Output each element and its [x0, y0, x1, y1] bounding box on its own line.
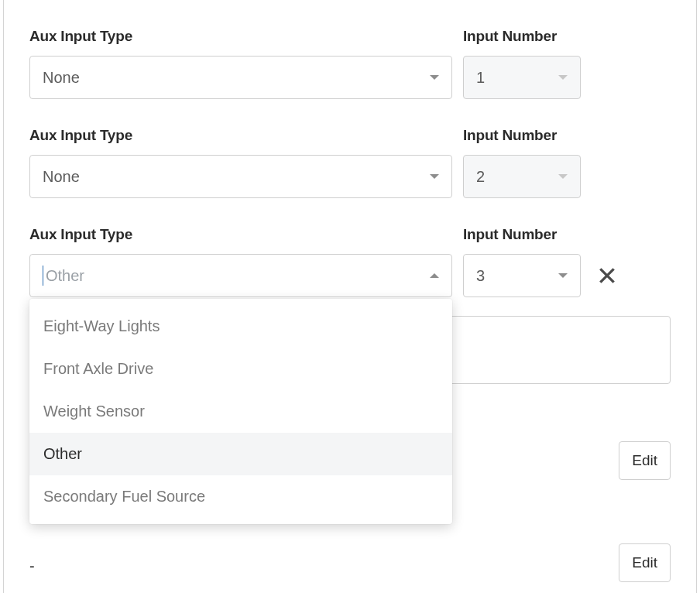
input-number-value-3: 3 [476, 267, 485, 285]
chevron-down-icon [558, 75, 568, 80]
input-number-value-1: 1 [476, 69, 485, 87]
aux-input-type-label: Aux Input Type [29, 226, 452, 243]
input-number-select-1[interactable]: 1 [463, 56, 581, 99]
close-icon [597, 266, 617, 286]
input-number-label: Input Number [463, 127, 581, 144]
aux-input-row-3: Aux Input Type Other Input Number 3 [29, 226, 671, 297]
input-number-label: Input Number [463, 28, 581, 45]
aux-input-type-value-2: None [43, 168, 80, 186]
dropdown-option[interactable]: Weight Sensor [29, 390, 452, 433]
edit-button[interactable]: Edit [619, 543, 671, 582]
chevron-up-icon [430, 273, 439, 278]
aux-input-type-value-1: None [43, 69, 80, 87]
text-cursor [43, 266, 43, 286]
input-number-select-2[interactable]: 2 [463, 155, 581, 198]
aux-input-type-dropdown: Eight-Way Lights Front Axle Drive Weight… [29, 299, 452, 524]
chevron-down-icon [558, 174, 568, 179]
chevron-down-icon [430, 174, 439, 179]
aux-input-type-label: Aux Input Type [29, 28, 452, 45]
remove-row-button[interactable] [592, 254, 623, 297]
dash-text: - [29, 557, 35, 575]
aux-input-type-label: Aux Input Type [29, 127, 452, 144]
aux-input-type-select-1[interactable]: None [29, 56, 452, 99]
chevron-down-icon [430, 75, 439, 80]
dropdown-option[interactable]: Secondary Fuel Source [29, 475, 452, 518]
aux-input-type-value-3: Other [46, 267, 84, 285]
input-number-select-3[interactable]: 3 [463, 254, 581, 297]
input-number-label: Input Number [463, 226, 581, 243]
chevron-down-icon [558, 273, 568, 278]
aux-input-row-2: Aux Input Type None Input Number 2 [29, 127, 671, 198]
dropdown-option-selected[interactable]: Other [29, 433, 452, 475]
dropdown-option[interactable]: Front Axle Drive [29, 348, 452, 390]
input-number-value-2: 2 [476, 168, 485, 186]
aux-input-type-select-3[interactable]: Other [29, 254, 452, 297]
edit-button[interactable]: Edit [619, 441, 671, 480]
dropdown-option[interactable]: Eight-Way Lights [29, 305, 452, 348]
aux-input-row-1: Aux Input Type None Input Number 1 [29, 28, 671, 99]
aux-input-type-select-2[interactable]: None [29, 155, 452, 198]
